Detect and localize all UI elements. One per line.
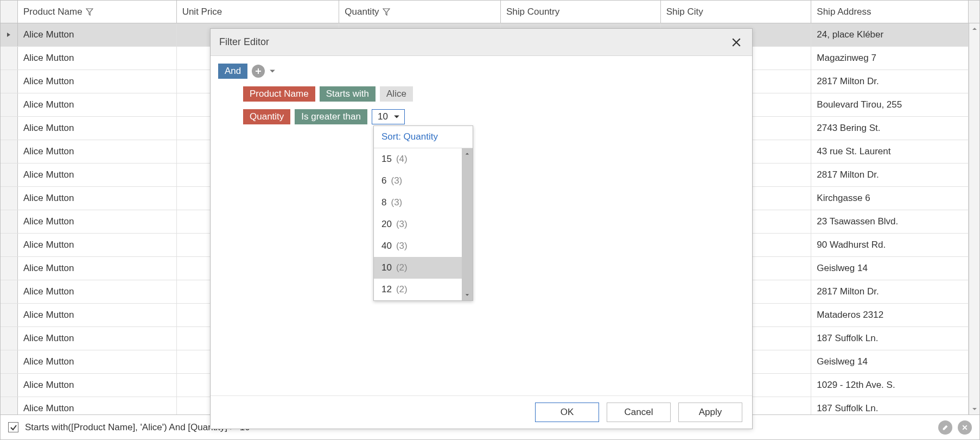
dropdown-scrollbar[interactable] bbox=[462, 148, 473, 300]
cell-ship-address[interactable]: 2817 Milton Dr. bbox=[811, 70, 969, 93]
cell-ship-address[interactable]: Mataderos 2312 bbox=[811, 304, 969, 326]
close-button[interactable] bbox=[729, 35, 743, 49]
cell-product-name[interactable]: Alice Mutton bbox=[18, 210, 177, 233]
scroll-up-arrow-icon[interactable] bbox=[970, 24, 979, 33]
cell-ship-address[interactable]: Geislweg 14 bbox=[811, 257, 969, 280]
column-header-ship-city[interactable]: Ship City bbox=[661, 1, 812, 23]
column-header-unit-price[interactable]: Unit Price bbox=[177, 1, 340, 23]
field-chip[interactable]: Quantity bbox=[243, 109, 290, 124]
cell-ship-address[interactable]: Boulevard Tirou, 255 bbox=[811, 93, 969, 116]
cell-product-name[interactable]: Alice Mutton bbox=[18, 140, 177, 163]
dropdown-item-value: 8 bbox=[381, 197, 386, 208]
cell-ship-address[interactable]: 187 Suffolk Ln. bbox=[811, 327, 969, 350]
dropdown-item-value: 15 bbox=[381, 154, 392, 165]
dropdown-item-value: 40 bbox=[381, 241, 392, 252]
cell-product-name[interactable]: Alice Mutton bbox=[18, 350, 177, 373]
scroll-thumb[interactable] bbox=[462, 159, 473, 290]
edit-filter-button[interactable] bbox=[938, 420, 952, 435]
dropdown-item-value: 12 bbox=[381, 284, 392, 295]
cell-ship-address[interactable]: Kirchgasse 6 bbox=[811, 187, 969, 210]
cell-ship-address[interactable]: 187 Suffolk Ln. bbox=[811, 397, 969, 414]
dropdown-item[interactable]: 10(2) bbox=[374, 257, 462, 279]
scroll-down-arrow-icon[interactable] bbox=[970, 405, 979, 413]
dropdown-sort-header[interactable]: Sort: Quantity bbox=[374, 126, 473, 148]
cell-product-name[interactable]: Alice Mutton bbox=[18, 93, 177, 116]
cell-ship-address[interactable]: 24, place Kléber bbox=[811, 23, 969, 46]
cell-product-name[interactable]: Alice Mutton bbox=[18, 187, 177, 210]
cell-ship-address[interactable]: 2817 Milton Dr. bbox=[811, 164, 969, 186]
cell-product-name[interactable]: Alice Mutton bbox=[18, 397, 177, 414]
chevron-down-icon[interactable] bbox=[393, 114, 400, 120]
dialog-body: And Product Name Starts with Alice Quant… bbox=[211, 56, 752, 395]
cell-product-name[interactable]: Alice Mutton bbox=[18, 117, 177, 140]
dropdown-item-count: (2) bbox=[396, 284, 408, 295]
row-indicator bbox=[1, 304, 18, 326]
column-label: Unit Price bbox=[182, 7, 222, 17]
column-label: Product Name bbox=[23, 7, 82, 17]
cell-product-name[interactable]: Alice Mutton bbox=[18, 23, 177, 46]
cell-ship-address[interactable]: 2817 Milton Dr. bbox=[811, 280, 969, 303]
cell-product-name[interactable]: Alice Mutton bbox=[18, 327, 177, 350]
cell-product-name[interactable]: Alice Mutton bbox=[18, 234, 177, 256]
dropdown-item[interactable]: 20(3) bbox=[374, 213, 462, 235]
column-header-product-name[interactable]: Product Name bbox=[18, 1, 177, 23]
dialog-titlebar[interactable]: Filter Editor bbox=[211, 29, 752, 56]
filter-condition-row: Product Name Starts with Alice bbox=[243, 86, 744, 102]
apply-button[interactable]: Apply bbox=[678, 403, 742, 422]
cell-ship-address[interactable]: Geislweg 14 bbox=[811, 350, 969, 373]
cell-ship-address[interactable]: Magazinweg 7 bbox=[811, 47, 969, 70]
clear-filter-button[interactable] bbox=[958, 420, 972, 435]
cell-ship-address[interactable]: 43 rue St. Laurent bbox=[811, 140, 969, 163]
field-chip[interactable]: Product Name bbox=[243, 86, 315, 102]
column-header-ship-country[interactable]: Ship Country bbox=[501, 1, 661, 23]
row-indicator bbox=[1, 210, 18, 233]
operator-chip[interactable]: Is greater than bbox=[295, 109, 367, 124]
value-input-active[interactable]: 10 bbox=[372, 109, 405, 124]
cell-product-name[interactable]: Alice Mutton bbox=[18, 257, 177, 280]
row-indicator bbox=[1, 70, 18, 93]
cell-product-name[interactable]: Alice Mutton bbox=[18, 374, 177, 397]
column-header-quantity[interactable]: Quantity bbox=[339, 1, 501, 23]
row-indicator bbox=[1, 234, 18, 256]
cell-ship-address[interactable]: 1029 - 12th Ave. S. bbox=[811, 374, 969, 397]
cell-product-name[interactable]: Alice Mutton bbox=[18, 280, 177, 303]
scroll-down-arrow-icon[interactable] bbox=[462, 290, 473, 300]
operator-chip[interactable]: Starts with bbox=[320, 86, 376, 102]
value-dropdown-popup: Sort: Quantity 15(4)6(3)8(3)20(3)40(3)10… bbox=[373, 125, 473, 301]
cancel-button[interactable]: Cancel bbox=[607, 403, 671, 422]
grid-header: Product Name Unit Price Quantity Ship Co… bbox=[1, 1, 979, 23]
dropdown-item[interactable]: 8(3) bbox=[374, 192, 462, 213]
dropdown-item[interactable]: 40(3) bbox=[374, 235, 462, 257]
cell-ship-address[interactable]: 90 Wadhurst Rd. bbox=[811, 234, 969, 256]
dialog-button-bar: OK Cancel Apply bbox=[211, 395, 752, 429]
cell-ship-address[interactable]: 2743 Bering St. bbox=[811, 117, 969, 140]
cell-ship-address[interactable]: 23 Tsawassen Blvd. bbox=[811, 210, 969, 233]
dropdown-item-value: 10 bbox=[381, 262, 392, 273]
cell-product-name[interactable]: Alice Mutton bbox=[18, 304, 177, 326]
dropdown-item[interactable]: 6(3) bbox=[374, 170, 462, 192]
scroll-up-arrow-icon[interactable] bbox=[462, 148, 473, 159]
scroll-header-spacer bbox=[969, 1, 979, 23]
row-indicator-header bbox=[1, 1, 18, 23]
cell-product-name[interactable]: Alice Mutton bbox=[18, 47, 177, 70]
value-chip[interactable]: Alice bbox=[380, 86, 413, 102]
column-label: Ship Country bbox=[506, 7, 559, 17]
cell-product-name[interactable]: Alice Mutton bbox=[18, 70, 177, 93]
filter-enabled-checkbox[interactable] bbox=[8, 422, 18, 432]
group-operator-chip[interactable]: And bbox=[218, 64, 247, 79]
row-indicator bbox=[1, 257, 18, 280]
filter-icon[interactable] bbox=[86, 8, 93, 16]
cell-product-name[interactable]: Alice Mutton bbox=[18, 164, 177, 186]
ok-button[interactable]: OK bbox=[535, 403, 599, 422]
column-label: Ship Address bbox=[817, 7, 871, 17]
dropdown-item-count: (3) bbox=[391, 197, 402, 208]
dropdown-item[interactable]: 15(4) bbox=[374, 148, 462, 170]
vertical-scrollbar[interactable] bbox=[969, 23, 979, 414]
filter-icon[interactable] bbox=[383, 8, 390, 16]
dropdown-item[interactable]: 12(2) bbox=[374, 279, 462, 300]
chevron-down-icon[interactable] bbox=[269, 68, 276, 74]
row-indicator bbox=[1, 187, 18, 210]
add-condition-button[interactable] bbox=[252, 65, 265, 78]
column-header-ship-address[interactable]: Ship Address bbox=[811, 1, 969, 23]
row-indicator bbox=[1, 327, 18, 350]
